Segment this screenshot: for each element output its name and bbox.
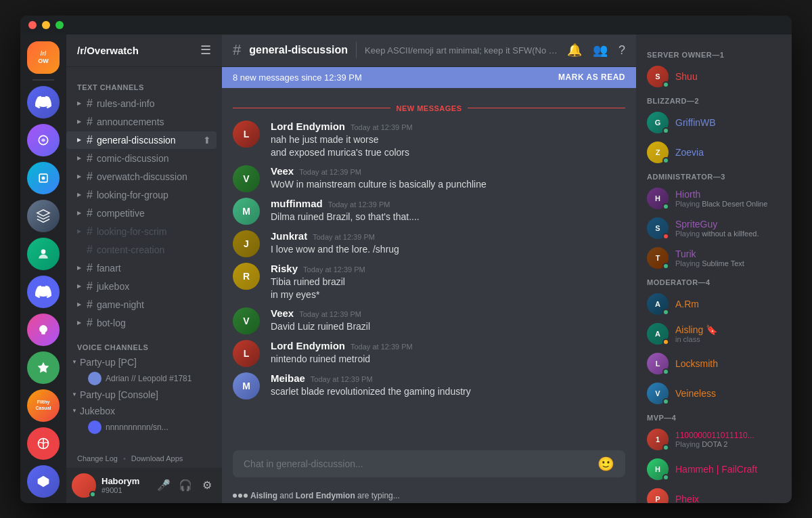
message-header: Veex Today at 12:39 PM [271,165,625,177]
server-name-header[interactable]: /r/Overwatch ☰ [66,35,222,67]
message-risky: R Risky Today at 12:39 PM Tibia ruined b… [222,260,636,305]
channel-general-discussion[interactable]: ▶ # general-discussion ⬆ [66,131,217,149]
server-icon-6[interactable] [27,276,60,308]
hash-icon: # [87,189,93,201]
emoji-icon[interactable]: 🙂 [597,456,614,472]
user-info: Haborym #9001 [102,476,149,494]
member-turik[interactable]: T Turik Playing Sublime Text [641,243,786,273]
collapse-icon: ▼ [72,359,77,365]
hash-icon: # [87,280,93,293]
server-icon-casual[interactable]: FilthyCasual [27,389,60,422]
channel-jukebox[interactable]: ▶ # jukebox [66,278,217,295]
server-icon-7[interactable] [27,314,60,346]
message-author[interactable]: Junkrat [271,230,307,242]
channel-competitive[interactable]: ▶ # competitive [66,204,217,222]
channel-fanart[interactable]: ▶ # fanart [66,259,217,277]
members-icon[interactable]: 👥 [593,43,608,58]
messages-area: NEW MESSAGES L Lord Endymion Today at 12… [222,88,636,445]
titlebar [20,16,792,35]
channel-name: announcements [97,116,164,127]
server-icon-4[interactable] [27,200,60,232]
server-icon-8[interactable] [27,351,60,384]
member-hammeh[interactable]: H Hammeh | FailCraft [641,454,786,484]
download-apps-link[interactable]: Download Apps [131,454,183,462]
fullscreen-button[interactable] [55,21,64,29]
member-arm[interactable]: A A.Rm [641,289,786,319]
voice-channel-party-console[interactable]: ▼ Party-up [Console] [66,387,222,403]
server-icon-3[interactable] [27,162,60,194]
channel-bot-log[interactable]: ▶ # bot-log [66,314,217,332]
message-author[interactable]: Meibae [271,372,305,384]
hash-icon: # [87,171,93,183]
member-name-hiorth: Hiorth [675,189,781,200]
channel-overwatch-discussion[interactable]: ▶ # overwatch-discussion [66,168,217,186]
message-author[interactable]: Veex [271,165,294,177]
hash-icon: # [87,317,93,329]
message-lord-endymion-1: L Lord Endymion Today at 12:39 PM nah he… [222,118,636,163]
message-timestamp: Today at 12:39 PM [328,200,390,209]
channel-announcements[interactable]: ▶ # announcements [66,113,217,131]
server-icon-5[interactable] [27,238,60,270]
message-author[interactable]: Risky [271,263,298,274]
message-author[interactable]: Lord Endymion [271,340,345,351]
user-name: Haborym [102,476,149,486]
member-avatar-pheix: P [647,488,669,503]
member-subtext-hiorth: Playing Black Desert Online [675,200,781,208]
channel-comic-discussion[interactable]: ▶ # comic-discussion [66,150,217,167]
channel-content-creation[interactable]: # content-creation [66,241,217,259]
member-spriteguy[interactable]: S SpriteGuy Playing without a killfeed. [641,213,786,243]
help-icon[interactable]: ? [618,43,625,58]
chat-input[interactable] [244,450,589,477]
deafen-button[interactable]: 🎧 [176,476,195,495]
channel-name: looking-for-group [97,190,168,200]
voice-channel-jukebox[interactable]: ▼ Jukebox [66,403,222,419]
member-pheix[interactable]: P Pheix [641,484,786,503]
voice-channel-party-pc[interactable]: ▼ Party-up [PC] [66,354,222,370]
settings-button[interactable]: ⚙ [198,476,217,495]
message-header: Lord Endymion Today at 12:39 PM [271,121,625,132]
mark-as-read-button[interactable]: MARK AS READ [558,72,625,82]
member-name-zoevia: Zoevia [675,147,781,158]
server-icon-2[interactable] [27,124,60,156]
channel-arrow: ▶ [77,301,81,307]
minimize-button[interactable] [42,21,50,29]
channel-arrow: ▶ [77,100,81,106]
text-channels-label: TEXT CHANNELS [66,72,222,94]
channel-name: general-discussion [97,135,176,146]
member-aisling[interactable]: A Aisling 🔖 in class [641,319,786,349]
server-icon-10[interactable] [27,465,60,498]
channel-looking-for-group[interactable]: ▶ # looking-for-group [66,186,217,204]
server-icon-overwatch[interactable]: /r/OW [27,41,60,74]
server-icon-1[interactable] [27,86,60,118]
change-log-link[interactable]: Change Log [77,454,118,462]
message-author[interactable]: Veex [271,307,294,319]
member-name-spriteguy: SpriteGuy [675,219,781,230]
sidebar-bottom-links: Change Log • Download Apps [66,452,222,468]
close-button[interactable] [28,21,37,29]
member-zoevia[interactable]: Z Zoevia [641,137,786,167]
notification-icon[interactable]: 🔔 [567,43,582,58]
mute-button[interactable]: 🎤 [154,476,173,495]
user-controls: 🎤 🎧 ⚙ [154,476,217,495]
hash-icon: # [87,262,93,274]
voice-user-avatar [88,420,102,434]
member-veineless[interactable]: V Veineless [641,379,786,408]
member-1100[interactable]: 1 1100000011011110... Playing DOTA 2 [641,425,786,454]
member-shuu[interactable]: S Shuu [641,62,786,91]
member-info-shuu: Shuu [675,71,781,82]
typing-indicator: Aisling and Lord Endymion are typing... [222,488,636,503]
message-timestamp: Today at 12:39 PM [299,168,361,176]
server-icon-9[interactable] [27,427,60,460]
message-text: WoW in mainstream culture is basically a… [271,178,625,192]
channel-name: bot-log [97,318,126,328]
channel-looking-for-scrim[interactable]: ▶ # looking-for-scrim [66,223,217,240]
message-author[interactable]: Lord Endymion [271,121,345,132]
channel-rules-and-info[interactable]: ▶ # rules-and-info [66,95,217,112]
member-locksmith[interactable]: L Locksmith [641,349,786,379]
message-author[interactable]: muffinmad [271,198,323,209]
channel-name: overwatch-discussion [97,171,187,182]
member-hiorth[interactable]: H Hiorth Playing Black Desert Online [641,184,786,213]
member-info-griffinwb: GriffinWB [675,117,781,128]
member-griffinwb[interactable]: G GriffinWB [641,108,786,137]
channel-game-night[interactable]: ▶ # game-night [66,296,217,314]
